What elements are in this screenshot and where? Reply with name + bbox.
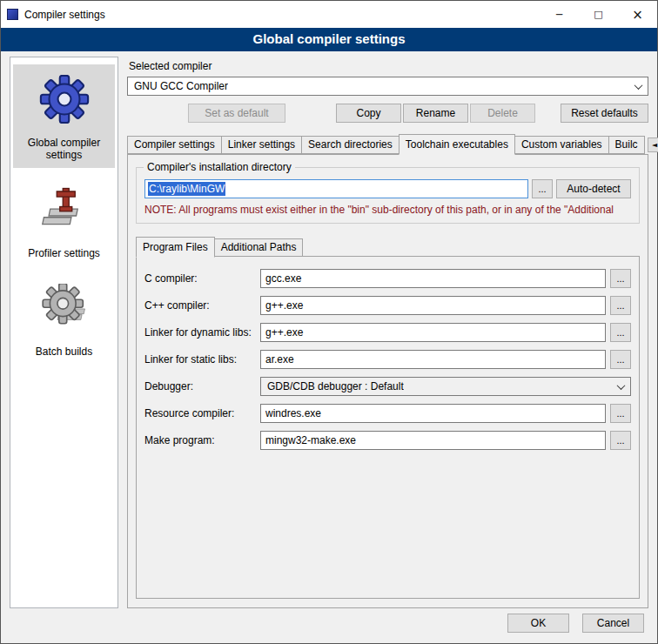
tab-toolchain-executables[interactable]: Toolchain executables: [399, 134, 515, 155]
debugger-label: Debugger:: [144, 380, 256, 392]
ok-button[interactable]: OK: [507, 614, 569, 633]
dialog-footer: OK Cancel: [1, 608, 657, 643]
cpp-compiler-label: C++ compiler:: [144, 299, 256, 312]
sidebar-item-profiler-settings[interactable]: Profiler settings: [13, 175, 115, 266]
sidebar-item-label: Profiler settings: [15, 247, 113, 259]
chevron-down-icon: [617, 381, 626, 390]
maximize-button[interactable]: □: [579, 1, 618, 28]
tab-search-directories[interactable]: Search directories: [301, 136, 400, 154]
selected-compiler-label: Selected compiler: [129, 60, 648, 72]
selected-compiler-value: GNU GCC Compiler: [134, 80, 228, 92]
tab-compiler-settings[interactable]: Compiler settings: [127, 136, 222, 154]
debugger-dropdown[interactable]: GDB/CDB debugger : Default: [260, 377, 631, 396]
program-files-panel: C compiler: ... C++ compiler: ... Linker…: [136, 256, 640, 599]
window-controls: ─ □ ×: [540, 1, 657, 28]
subtabstrip: Program Files Additional Paths: [136, 236, 640, 257]
sidebar-item-global-compiler-settings[interactable]: Global compiler settings: [13, 64, 115, 168]
app-icon: [7, 9, 18, 20]
compiler-settings-window: Compiler settings ─ □ × Global compiler …: [0, 0, 658, 644]
resource-compiler-label: Resource compiler:: [144, 407, 256, 419]
chevron-down-icon: [634, 81, 643, 90]
titlebar: Compiler settings ─ □ ×: [1, 1, 657, 28]
tab-custom-variables[interactable]: Custom variables: [514, 136, 609, 154]
static-linker-row: Linker for static libs: ...: [144, 350, 631, 369]
tab-build-options-clipped[interactable]: Builc: [608, 136, 645, 154]
cpp-compiler-input[interactable]: [260, 296, 606, 315]
close-button[interactable]: ×: [618, 1, 657, 28]
resource-compiler-input[interactable]: [260, 404, 606, 423]
gear-icon: [15, 73, 113, 125]
tab-scroll-arrows: ◄ ►: [644, 138, 658, 154]
minimize-button[interactable]: ─: [540, 1, 579, 28]
static-linker-label: Linker for static libs:: [144, 353, 256, 366]
make-program-input[interactable]: [260, 431, 606, 450]
auto-detect-button[interactable]: Auto-detect: [556, 179, 631, 198]
installation-directory-group-title: Compiler's installation directory: [144, 161, 295, 173]
dynamic-linker-input[interactable]: [260, 323, 606, 342]
copy-button[interactable]: Copy: [336, 104, 401, 123]
static-linker-input[interactable]: [260, 350, 606, 369]
selected-compiler-dropdown[interactable]: GNU GCC Compiler: [127, 77, 648, 96]
profiler-icon: [15, 184, 113, 236]
c-compiler-input[interactable]: [260, 269, 606, 288]
cpp-compiler-row: C++ compiler: ...: [144, 296, 631, 315]
set-as-default-button[interactable]: Set as default: [188, 104, 285, 123]
tab-linker-settings[interactable]: Linker settings: [221, 136, 302, 154]
c-compiler-browse-button[interactable]: ...: [610, 269, 631, 288]
static-linker-browse-button[interactable]: ...: [610, 350, 631, 369]
c-compiler-row: C compiler: ...: [144, 269, 631, 288]
installation-directory-input[interactable]: C:\raylib\MinGW: [144, 179, 528, 198]
dialog-body: Global compiler settings: [1, 51, 657, 608]
make-program-row: Make program: ...: [144, 431, 631, 450]
rename-button[interactable]: Rename: [403, 104, 468, 123]
window-title: Compiler settings: [24, 9, 540, 21]
make-program-label: Make program:: [144, 434, 256, 446]
debugger-row: Debugger: GDB/CDB debugger : Default: [144, 377, 631, 396]
cancel-button[interactable]: Cancel: [582, 614, 644, 633]
dynamic-linker-browse-button[interactable]: ...: [610, 323, 631, 342]
main-panel: Selected compiler GNU GCC Compiler Set a…: [127, 57, 648, 608]
delete-button[interactable]: Delete: [470, 104, 535, 123]
batch-builds-icon: [15, 282, 113, 334]
installation-directory-value: C:\raylib\MinGW: [148, 182, 225, 196]
banner-title: Global compiler settings: [1, 28, 657, 51]
main-tabstrip: Compiler settings Linker settings Search…: [127, 133, 648, 154]
tab-scroll-left-button[interactable]: ◄: [648, 138, 658, 152]
installation-path-row: C:\raylib\MinGW ... Auto-detect: [144, 179, 631, 198]
resource-compiler-browse-button[interactable]: ...: [610, 404, 631, 423]
cpp-compiler-browse-button[interactable]: ...: [610, 296, 631, 315]
subtab-program-files[interactable]: Program Files: [136, 237, 215, 258]
c-compiler-label: C compiler:: [144, 272, 256, 285]
dynamic-linker-label: Linker for dynamic libs:: [144, 326, 256, 339]
resource-compiler-row: Resource compiler: ...: [144, 404, 631, 423]
sidebar-item-label: Global compiler settings: [15, 137, 113, 161]
sidebar: Global compiler settings: [10, 57, 118, 608]
dynamic-linker-row: Linker for dynamic libs: ...: [144, 323, 631, 342]
toolchain-executables-panel: Compiler's installation directory C:\ray…: [127, 154, 648, 608]
subtab-additional-paths[interactable]: Additional Paths: [214, 238, 304, 257]
compiler-buttons-row: Set as default Copy Rename Delete Reset …: [127, 104, 648, 123]
reset-defaults-button[interactable]: Reset defaults: [561, 104, 648, 123]
installation-directory-group: Compiler's installation directory C:\ray…: [136, 167, 640, 224]
sidebar-item-label: Batch builds: [15, 345, 113, 358]
installation-directory-browse-button[interactable]: ...: [532, 179, 553, 198]
debugger-value: GDB/CDB debugger : Default: [267, 380, 404, 392]
sidebar-item-batch-builds[interactable]: Batch builds: [13, 273, 115, 365]
make-program-browse-button[interactable]: ...: [610, 431, 631, 450]
installation-note: NOTE: All programs must exist either in …: [144, 204, 631, 216]
